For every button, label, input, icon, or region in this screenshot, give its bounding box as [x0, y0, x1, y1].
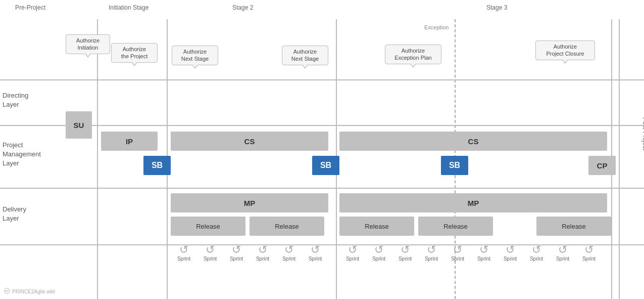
sprint-label-7: Sprint — [346, 256, 359, 262]
sprint-icon-5: ↺ — [284, 244, 293, 255]
sprint-label-4: Sprint — [256, 256, 269, 262]
proc-sb2: SB — [312, 156, 339, 175]
callout-authorize-nextstage-1: AuthorizeNext Stage — [172, 46, 218, 65]
sprint-5: ↺ Sprint — [276, 244, 302, 262]
sprint-icon-8: ↺ — [374, 244, 383, 255]
sprint-3: ↺ Sprint — [223, 244, 250, 262]
sprint-label-5: Sprint — [282, 256, 295, 262]
sprint-icon-4: ↺ — [258, 244, 267, 255]
sprint-2: ↺ Sprint — [197, 244, 223, 262]
sprint-icon-13: ↺ — [506, 244, 515, 255]
cc-icon: 🅭 — [4, 288, 10, 295]
diagram: Pre-Project Initiation Stage Stage 2 Sta… — [0, 0, 644, 299]
callout-authorize-project: Authorizethe Project — [111, 43, 158, 63]
sprint-label-11: Sprint — [451, 256, 464, 262]
proc-cs2: CS — [339, 132, 607, 151]
sprint-1: ↺ Sprint — [171, 244, 197, 262]
col-header-stage2: Stage 2 — [232, 4, 253, 11]
sprint-label-16: Sprint — [582, 256, 596, 262]
sprint-4: ↺ Sprint — [250, 244, 276, 262]
sprint-label-9: Sprint — [399, 256, 412, 262]
hdivider-projectmgmt-bottom — [0, 188, 644, 189]
proc-release-3: Release — [339, 217, 414, 236]
vdivider-right — [619, 19, 620, 299]
sprint-6: ↺ Sprint — [302, 244, 328, 262]
sprint-group-1: ↺ Sprint ↺ Sprint ↺ Sprint ↺ Sprint ↺ Sp… — [171, 244, 328, 262]
sprint-label-8: Sprint — [372, 256, 385, 262]
sprint-label-12: Sprint — [477, 256, 490, 262]
layer-directing: DirectingLayer — [3, 91, 28, 109]
callout-authorize-initiation: AuthorizeInitiation — [66, 34, 110, 54]
proc-cp: CP — [588, 156, 616, 175]
sprint-13: ↺ Sprint — [497, 244, 523, 262]
sprint-icon-7: ↺ — [348, 244, 357, 255]
sprint-label-15: Sprint — [556, 256, 569, 262]
sprint-icon-2: ↺ — [206, 244, 215, 255]
vdivider-1 — [97, 19, 98, 299]
hdivider-directing-top — [0, 79, 644, 80]
post-project-label: Post-Project — [641, 117, 644, 150]
copyright-text: PRINCE2Agile.wiki — [12, 289, 55, 294]
exception-label: Exception — [424, 24, 449, 30]
sprint-8: ↺ Sprint — [366, 244, 392, 262]
proc-release-5: Release — [536, 217, 611, 236]
sprint-label-14: Sprint — [530, 256, 543, 262]
sprint-7: ↺ Sprint — [339, 244, 366, 262]
proc-ip: IP — [101, 132, 158, 151]
sprint-icon-12: ↺ — [479, 244, 488, 255]
sprint-icon-15: ↺ — [558, 244, 567, 255]
callout-authorize-nextstage-2: AuthorizeNext Stage — [282, 46, 328, 65]
col-header-initiation: Initiation Stage — [109, 4, 148, 11]
sprint-icon-9: ↺ — [401, 244, 410, 255]
sprint-9: ↺ Sprint — [392, 244, 418, 262]
sprint-icon-1: ↺ — [179, 244, 188, 255]
sprint-icon-11: ↺ — [453, 244, 462, 255]
layer-projectmgmt: ProjectManagementLayer — [3, 141, 41, 168]
sprint-label-2: Sprint — [204, 256, 217, 262]
sprint-16: ↺ Sprint — [576, 244, 602, 262]
sprint-icon-3: ↺ — [232, 244, 241, 255]
col-header-stage3: Stage 3 — [486, 4, 507, 11]
sprint-icon-14: ↺ — [532, 244, 541, 255]
sprint-label-13: Sprint — [504, 256, 517, 262]
sprint-11: ↺ Sprint — [444, 244, 471, 262]
proc-mp1: MP — [171, 193, 328, 212]
proc-sb3: SB — [441, 156, 468, 175]
sprint-label-10: Sprint — [425, 256, 438, 262]
sprint-label-1: Sprint — [177, 256, 190, 262]
sprint-label-6: Sprint — [309, 256, 322, 262]
proc-mp2: MP — [339, 193, 607, 212]
proc-sb1: SB — [143, 156, 171, 175]
layer-delivery: DeliveryLayer — [3, 205, 26, 223]
sprint-10: ↺ Sprint — [418, 244, 444, 262]
sprint-icon-10: ↺ — [427, 244, 436, 255]
sprint-14: ↺ Sprint — [523, 244, 550, 262]
col-header-preproject: Pre-Project — [15, 4, 45, 11]
hdivider-directing-bottom — [0, 125, 644, 126]
sprint-15: ↺ Sprint — [550, 244, 576, 262]
callout-authorize-closure: AuthorizeProject Closure — [535, 40, 595, 60]
sprint-group-2: ↺ Sprint ↺ Sprint ↺ Sprint ↺ Sprint ↺ Sp… — [339, 244, 602, 262]
sprint-icon-16: ↺ — [584, 244, 593, 255]
callout-authorize-exception: AuthorizeException Plan — [385, 45, 441, 64]
proc-su: SU — [66, 111, 92, 139]
proc-cs1: CS — [171, 132, 328, 151]
sprint-label-3: Sprint — [230, 256, 243, 262]
proc-release-1: Release — [171, 217, 245, 236]
sprint-12: ↺ Sprint — [471, 244, 497, 262]
sprint-icon-6: ↺ — [311, 244, 320, 255]
proc-release-4: Release — [418, 217, 493, 236]
proc-release-2: Release — [250, 217, 324, 236]
copyright: 🅭 PRINCE2Agile.wiki — [4, 288, 55, 295]
